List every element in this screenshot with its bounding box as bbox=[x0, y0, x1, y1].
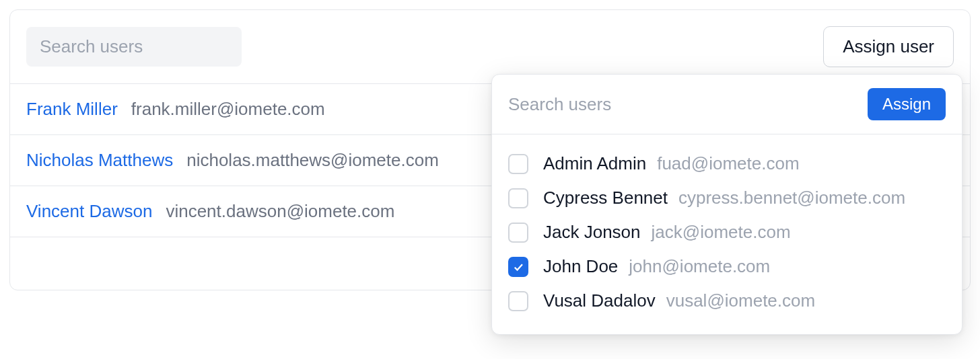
search-users-input[interactable] bbox=[26, 27, 242, 67]
option-text: Vusal Dadalov vusal@iomete.com bbox=[543, 290, 815, 311]
checkbox[interactable] bbox=[508, 223, 528, 243]
option-name: Vusal Dadalov bbox=[543, 290, 656, 311]
user-option[interactable]: Vusal Dadalov vusal@iomete.com bbox=[508, 284, 946, 318]
user-option[interactable]: Jack Jonson jack@iomete.com bbox=[508, 215, 946, 249]
option-text: Cypress Bennet cypress.bennet@iomete.com bbox=[543, 188, 905, 208]
checkbox[interactable] bbox=[508, 188, 528, 208]
option-text: Admin Admin fuad@iomete.com bbox=[543, 153, 800, 174]
panel-header: Assign user bbox=[10, 10, 970, 83]
assign-button[interactable]: Assign bbox=[868, 88, 946, 120]
checkbox[interactable] bbox=[508, 291, 528, 311]
check-icon bbox=[512, 261, 524, 273]
option-name: Admin Admin bbox=[543, 153, 646, 174]
user-option[interactable]: John Doe john@iomete.com bbox=[508, 249, 946, 284]
option-email: john@iomete.com bbox=[629, 256, 770, 277]
user-name-link[interactable]: Frank Miller bbox=[26, 99, 118, 120]
user-email: vincent.dawson@iomete.com bbox=[166, 201, 394, 222]
user-option[interactable]: Admin Admin fuad@iomete.com bbox=[508, 147, 946, 181]
option-email: cypress.bennet@iomete.com bbox=[678, 188, 905, 208]
checkbox[interactable] bbox=[508, 154, 528, 174]
option-name: Cypress Bennet bbox=[543, 188, 668, 208]
option-email: fuad@iomete.com bbox=[657, 153, 799, 174]
option-email: vusal@iomete.com bbox=[666, 290, 815, 311]
user-name-link[interactable]: Nicholas Matthews bbox=[26, 150, 173, 171]
option-text: John Doe john@iomete.com bbox=[543, 256, 770, 277]
popover-search-input[interactable] bbox=[508, 94, 857, 115]
assign-user-popover: Assign Admin Admin fuad@iomete.com Cypre… bbox=[491, 74, 963, 335]
option-email: jack@iomete.com bbox=[652, 222, 791, 243]
option-name: Jack Jonson bbox=[543, 222, 641, 243]
user-name-link[interactable]: Vincent Dawson bbox=[26, 201, 152, 222]
user-option[interactable]: Cypress Bennet cypress.bennet@iomete.com bbox=[508, 181, 946, 215]
option-text: Jack Jonson jack@iomete.com bbox=[543, 222, 791, 243]
user-email: frank.miller@iomete.com bbox=[131, 99, 325, 120]
checkbox[interactable] bbox=[508, 257, 528, 277]
user-email: nicholas.matthews@iomete.com bbox=[186, 150, 439, 171]
popover-option-list: Admin Admin fuad@iomete.com Cypress Benn… bbox=[492, 134, 962, 334]
popover-header: Assign bbox=[492, 75, 962, 134]
assign-user-button[interactable]: Assign user bbox=[823, 26, 954, 67]
option-name: John Doe bbox=[543, 256, 618, 277]
